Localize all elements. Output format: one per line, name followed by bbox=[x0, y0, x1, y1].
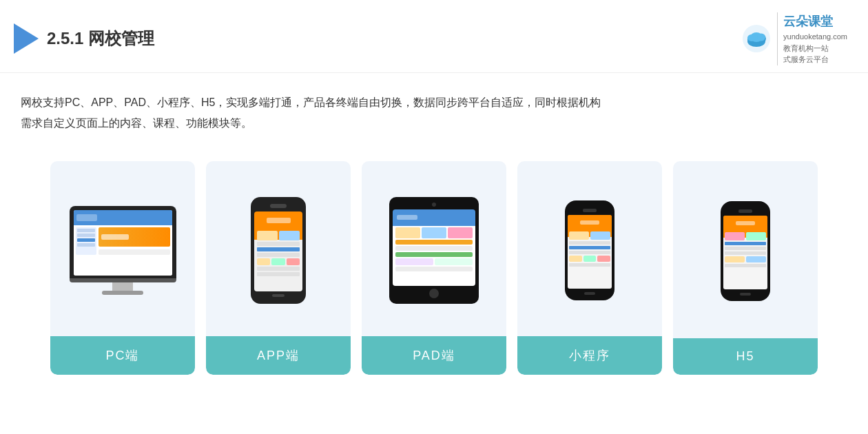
card-app-label: APP端 bbox=[206, 336, 351, 375]
tablet-home-button bbox=[429, 289, 439, 298]
card-pad-label: PAD端 bbox=[362, 336, 506, 375]
section-number: 2.5.1 bbox=[47, 29, 88, 48]
card-pad-image bbox=[362, 161, 506, 336]
app-phone-mockup bbox=[251, 197, 306, 304]
phone-notch bbox=[270, 204, 287, 208]
brand-name: 云朵课堂 bbox=[783, 12, 847, 31]
h5-phone-home-button bbox=[740, 293, 751, 296]
tablet-screen bbox=[393, 209, 475, 286]
page-title: 2.5.1 网校管理 bbox=[47, 28, 154, 50]
h5-phone-mockup bbox=[721, 201, 770, 301]
brand-logo: 云朵课堂 yunduoketang.com 教育机构一站式服务云平台 bbox=[741, 12, 847, 65]
card-pc: PC端 bbox=[50, 161, 195, 375]
tablet-camera bbox=[432, 203, 436, 207]
brand-tagline: 教育机构一站式服务云平台 bbox=[783, 43, 847, 65]
phone-mini-screen bbox=[568, 215, 612, 289]
card-h5-image bbox=[673, 161, 818, 338]
tablet-mockup bbox=[389, 197, 479, 304]
miniapp-phone-mockup bbox=[565, 200, 614, 300]
card-app-image bbox=[206, 161, 351, 336]
title-bold: 网校管理 bbox=[88, 29, 154, 48]
description-line2: 需求自定义页面上的内容、课程、功能模块等。 bbox=[21, 113, 847, 134]
card-pc-label: PC端 bbox=[50, 336, 195, 375]
header-left: 2.5.1 网校管理 bbox=[14, 23, 154, 54]
svg-point-6 bbox=[757, 34, 765, 41]
phone-mini-notch bbox=[583, 209, 597, 212]
h5-phone-notch bbox=[738, 209, 752, 213]
card-h5-label: H5 bbox=[673, 338, 818, 375]
brand-website: yunduoketang.com bbox=[783, 31, 847, 43]
card-miniapp-label: 小程序 bbox=[517, 336, 662, 375]
svg-point-5 bbox=[747, 34, 756, 41]
h5-phone-screen bbox=[723, 216, 767, 289]
page-header: 2.5.1 网校管理 云朵课堂 yunduoketang.com 教育机构一站式… bbox=[0, 0, 868, 73]
phone-screen bbox=[254, 211, 302, 291]
logo-arrow-icon bbox=[14, 23, 39, 54]
card-pad: PAD端 bbox=[362, 161, 506, 375]
cards-container: PC端 bbox=[0, 141, 868, 389]
card-app: APP端 bbox=[206, 161, 351, 375]
phone-mini-home-button bbox=[584, 292, 595, 295]
card-miniapp-image bbox=[517, 161, 662, 336]
card-pc-image bbox=[50, 161, 195, 336]
pc-mockup bbox=[70, 206, 176, 295]
card-miniapp: 小程序 bbox=[517, 161, 662, 375]
phone-home-button bbox=[272, 294, 285, 297]
card-h5: H5 bbox=[673, 161, 818, 375]
brand-text: 云朵课堂 yunduoketang.com 教育机构一站式服务云平台 bbox=[777, 12, 847, 65]
description-block: 网校支持PC、APP、PAD、小程序、H5，实现多端打通，产品各终端自由切换，数… bbox=[0, 73, 868, 141]
description-line1: 网校支持PC、APP、PAD、小程序、H5，实现多端打通，产品各终端自由切换，数… bbox=[21, 92, 847, 113]
brand-icon bbox=[741, 23, 772, 54]
